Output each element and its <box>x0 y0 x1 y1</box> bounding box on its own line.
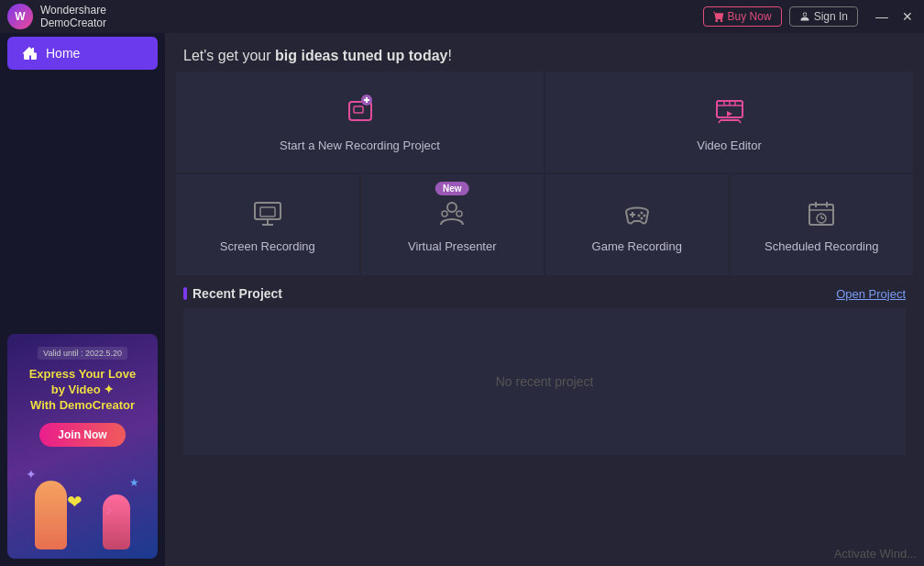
new-recording-icon <box>342 93 379 129</box>
title-bar: W Wondershare DemoCreator Buy Now Sign I… <box>0 0 924 33</box>
join-now-button[interactable]: Join Now <box>39 423 125 447</box>
sidebar: Home Valid until : 2022.5.20 Express You… <box>0 33 165 566</box>
scheduled-recording-icon <box>805 197 838 230</box>
buy-now-button[interactable]: Buy Now <box>703 6 782 27</box>
svg-rect-26 <box>809 205 833 225</box>
virtual-presenter-label: Virtual Presenter <box>408 239 497 253</box>
sidebar-item-home[interactable]: Home <box>7 37 158 70</box>
svg-rect-16 <box>260 207 275 216</box>
window-controls: — ✕ <box>873 7 917 26</box>
virtual-presenter-icon <box>435 197 468 230</box>
promo-banner: Valid until : 2022.5.20 Express Your Lov… <box>7 334 158 559</box>
recent-section: Recent Project Open Project No recent pr… <box>165 275 924 466</box>
svg-point-23 <box>643 214 645 216</box>
main-layout: Home Valid until : 2022.5.20 Express You… <box>0 33 924 566</box>
activate-watermark: Activate Wind... <box>834 547 917 560</box>
recent-title: Recent Project <box>183 286 282 301</box>
sidebar-home-label: Home <box>46 46 80 61</box>
sign-in-button[interactable]: Sign In <box>789 6 858 27</box>
screen-recording-icon <box>251 197 284 230</box>
sign-in-label: Sign In <box>814 10 848 23</box>
app-logo: W <box>7 4 33 29</box>
title-bar-right: Buy Now Sign In — ✕ <box>703 6 917 27</box>
tile-game-recording[interactable]: Game Recording <box>545 174 729 275</box>
scheduled-recording-label: Scheduled Recording <box>764 239 878 253</box>
svg-point-24 <box>640 216 643 219</box>
svg-point-25 <box>637 214 640 216</box>
app-branding: W Wondershare DemoCreator <box>7 4 106 30</box>
svg-point-17 <box>447 203 456 212</box>
top-tiles-row: Start a New Recording Project <box>165 72 924 174</box>
video-editor-label: Video Editor <box>697 139 762 152</box>
svg-line-12 <box>739 120 741 123</box>
banner-illustration: ❤ ✦ ★ ♪ <box>16 458 148 549</box>
buy-now-label: Buy Now <box>728 10 772 23</box>
tile-new-recording[interactable]: Start a New Recording Project <box>176 72 544 172</box>
bottom-tiles-row: Screen Recording New Virtual Presenter <box>165 174 924 275</box>
game-recording-icon <box>621 197 654 230</box>
recent-empty-area: No recent project <box>183 308 906 455</box>
banner-title: Express Your Loveby Video ✦With DemoCrea… <box>16 367 148 414</box>
close-button[interactable]: ✕ <box>898 7 917 26</box>
content-header: Let's get your big ideas tuned up today! <box>165 33 924 72</box>
tile-virtual-presenter[interactable]: New Virtual Presenter <box>361 174 544 275</box>
home-icon <box>22 46 37 61</box>
svg-point-19 <box>456 211 462 216</box>
sidebar-banner: Valid until : 2022.5.20 Express Your Lov… <box>0 327 165 566</box>
banner-valid-text: Valid until : 2022.5.20 <box>38 347 127 360</box>
tile-video-editor[interactable]: Video Editor <box>545 72 913 172</box>
svg-point-22 <box>640 211 643 214</box>
content-area: Let's get your big ideas tuned up today!… <box>165 33 924 566</box>
svg-line-11 <box>719 120 720 123</box>
open-project-link[interactable]: Open Project <box>836 287 906 301</box>
minimize-button[interactable]: — <box>873 7 891 26</box>
page-tagline: Let's get your big ideas tuned up today! <box>183 48 906 64</box>
new-badge: New <box>435 182 469 195</box>
tile-screen-recording[interactable]: Screen Recording <box>176 174 359 275</box>
app-name-text: Wondershare DemoCreator <box>40 4 106 30</box>
tile-scheduled-recording[interactable]: Scheduled Recording <box>731 174 914 275</box>
no-recent-text: No recent project <box>496 374 594 389</box>
svg-rect-4 <box>354 106 363 113</box>
video-editor-icon <box>711 93 748 129</box>
game-recording-label: Game Recording <box>592 239 682 253</box>
recent-header: Recent Project Open Project <box>183 286 906 301</box>
new-recording-label: Start a New Recording Project <box>280 139 440 152</box>
screen-recording-label: Screen Recording <box>220 239 315 253</box>
svg-point-18 <box>442 211 447 216</box>
